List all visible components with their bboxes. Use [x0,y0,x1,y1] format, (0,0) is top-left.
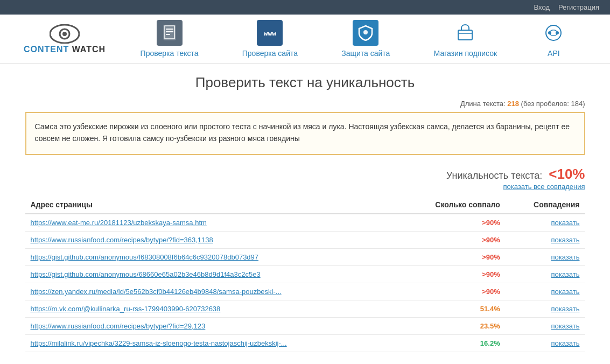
match-percentage: 51.4% [399,300,506,318]
header: CONTENT WATCH Проверка текста www Провер… [0,15,610,64]
col-address: Адрес страницы [25,196,399,214]
uniqueness-label: Уникальность текста: <10% [446,166,585,183]
nav-check-site[interactable]: www Проверка сайта [242,20,298,58]
check-text-icon [157,20,183,46]
api-icon [541,20,566,46]
logo[interactable]: CONTENT WATCH [22,23,108,54]
main-nav: Проверка текста www Проверка сайта Защит… [118,20,588,58]
col-matches: Сколько совпало [399,196,506,214]
result-url[interactable]: https://m.vk.com/@kullinarka_ru-rss-1799… [31,305,221,313]
show-match-link[interactable]: показать [551,236,580,244]
svg-point-7 [363,30,368,34]
table-row: https://milalink.ru/vipechka/3229-samsa-… [25,335,585,352]
table-row: https://www.russianfood.com/recipes/byty… [25,318,585,335]
show-match-link[interactable]: показать [551,322,580,330]
col-show: Совпадения [506,196,585,214]
protect-site-icon [353,20,378,46]
logo-icon [47,23,82,45]
show-match-link[interactable]: показать [551,339,580,347]
login-link[interactable]: Вход [534,3,550,11]
shop-icon [452,20,478,46]
show-all-link[interactable]: показать все совпадения [503,183,585,191]
logo-text: CONTENT WATCH [24,45,106,54]
page-title: Проверить текст на уникальность [25,74,585,91]
nav-check-text[interactable]: Проверка текста [141,20,199,58]
table-header: Адрес страницы Сколько совпало Совпадени… [25,196,585,214]
result-url[interactable]: https://gist.github.com/anonymous/f68308… [31,253,259,261]
table-row: https://gist.github.com/anonymous/f68308… [25,249,585,266]
match-percentage: >90% [399,214,506,232]
check-site-icon: www [257,20,283,46]
result-url[interactable]: https://gist.github.com/anonymous/68660e… [31,270,261,278]
register-link[interactable]: Регистрация [558,3,599,11]
show-match-link[interactable]: показать [551,219,580,227]
match-percentage: >90% [399,232,506,249]
table-row: https://zen.yandex.ru/media/id/5e562b3cf… [25,283,585,300]
show-match-link[interactable]: показать [551,253,580,261]
text-length: Длина текста: 218 (без пробелов: 184) [25,100,585,108]
match-percentage: 16.2% [399,335,506,352]
match-percentage: 23.5% [399,318,506,335]
result-url[interactable]: https://milalink.ru/vipechka/3229-samsa-… [31,339,287,347]
uniqueness-row: Уникальность текста: <10% показать все с… [25,166,585,191]
result-url[interactable]: https://www.eat-me.ru/20181123/uzbekskay… [31,219,207,227]
results-table: Адрес страницы Сколько совпало Совпадени… [25,196,585,352]
match-percentage: >90% [399,266,506,283]
match-percentage: >90% [399,249,506,266]
result-url[interactable]: https://www.russianfood.com/recipes/byty… [31,236,213,244]
uniqueness-value: <10% [549,166,585,182]
show-match-link[interactable]: показать [551,270,580,278]
table-row: https://gist.github.com/anonymous/68660e… [25,266,585,283]
nav-api[interactable]: API [541,20,566,58]
svg-point-2 [62,32,67,36]
text-length-value: 218 [507,100,519,108]
result-url[interactable]: https://zen.yandex.ru/media/id/5e562b3cf… [31,288,282,296]
show-match-link[interactable]: показать [551,305,580,313]
top-bar: Вход Регистрация [0,0,610,15]
main-content: Проверить текст на уникальность Длина те… [9,64,601,363]
match-percentage: >90% [399,283,506,300]
svg-rect-8 [458,30,472,40]
text-input-box: Самса это узбекские пирожки из слоеного … [25,112,585,155]
table-row: https://www.eat-me.ru/20181123/uzbekskay… [25,214,585,232]
table-row: https://www.russianfood.com/recipes/byty… [25,232,585,249]
result-url[interactable]: https://www.russianfood.com/recipes/byty… [31,322,206,330]
table-row: https://m.vk.com/@kullinarka_ru-rss-1799… [25,300,585,318]
nav-protect-site[interactable]: Защита сайта [341,20,390,58]
nav-shop[interactable]: Магазин подписок [434,20,497,58]
show-match-link[interactable]: показать [551,288,580,296]
